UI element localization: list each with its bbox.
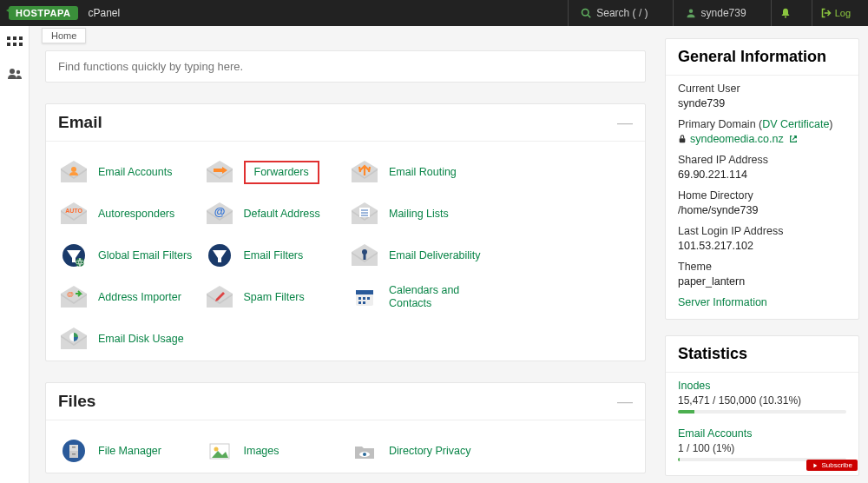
svg-rect-4	[13, 36, 16, 40]
item-email-accounts[interactable]: Email Accounts	[55, 159, 201, 185]
svg-rect-7	[13, 43, 16, 46]
external-link-icon	[789, 135, 798, 143]
stat-email-label: Email Accounts	[678, 427, 846, 440]
stat-inodes-bar	[678, 410, 846, 414]
item-global-email-filters[interactable]: Global Email Filters	[55, 242, 201, 268]
item-email-filters[interactable]: Email Filters	[201, 242, 346, 268]
envelope-import-icon: @	[58, 284, 89, 310]
username: synde739	[701, 7, 746, 19]
item-forwarders[interactable]: Forwarders	[201, 159, 346, 185]
last-login-label: Last Login IP Address	[678, 225, 846, 237]
collapse-button[interactable]: —	[617, 393, 633, 411]
home-dir-value: /home/synde739	[678, 204, 846, 216]
apps-grid-icon[interactable]	[7, 36, 23, 49]
search-icon	[581, 8, 591, 18]
svg-rect-32	[363, 301, 365, 304]
envelope-list-icon	[349, 201, 380, 227]
svg-rect-28	[358, 297, 361, 300]
svg-point-9	[10, 69, 15, 74]
files-panel-title: Files	[58, 392, 95, 411]
funnel-globe-icon	[58, 242, 89, 268]
files-panel: Files — File Manager Images Directory Pr…	[45, 382, 646, 473]
item-calendars-contacts[interactable]: Calendars and Contacts	[345, 284, 491, 310]
svg-point-10	[16, 70, 19, 74]
current-user-label: Current User	[678, 83, 846, 95]
envelope-disk-icon	[58, 326, 89, 352]
envelope-route-icon	[349, 159, 380, 185]
logo-badge: HOSTPAPA	[9, 6, 78, 20]
item-email-routing[interactable]: Email Routing	[345, 159, 491, 185]
logout-button[interactable]: Log	[812, 0, 859, 26]
item-directory-privacy[interactable]: Directory Privacy	[345, 438, 491, 464]
theme-value: paper_lantern	[678, 275, 846, 288]
search-input[interactable]	[58, 60, 633, 73]
svg-rect-3	[7, 36, 10, 40]
svg-rect-37	[72, 447, 76, 448]
bell-icon	[780, 8, 791, 18]
stat-email-value: 1 / 100 (1%)	[678, 442, 846, 454]
svg-point-11	[71, 167, 76, 172]
svg-rect-29	[363, 297, 365, 300]
svg-point-20	[76, 258, 84, 267]
svg-rect-5	[19, 36, 23, 40]
statistics-title: Statistics	[666, 336, 858, 373]
item-images[interactable]: Images	[201, 438, 346, 464]
stat-inodes-value: 15,471 / 150,000 (10.31%)	[678, 394, 846, 407]
home-dir-label: Home Directory	[678, 189, 846, 202]
item-spam-filters[interactable]: Spam Filters	[201, 284, 346, 310]
calendar-icon	[349, 284, 380, 310]
folder-eye-icon	[349, 438, 380, 464]
item-address-importer[interactable]: @ Address Importer	[55, 284, 201, 310]
images-icon	[204, 438, 235, 464]
primary-domain-value[interactable]: syndeomedia.co.nz	[678, 133, 846, 145]
email-panel: Email — Email Accounts Forwarders Email …	[45, 103, 646, 361]
current-user-value: synde739	[678, 97, 846, 109]
statistics-panel: Statistics Inodes 15,471 / 150,000 (10.3…	[665, 335, 859, 476]
svg-point-1	[688, 10, 693, 14]
svg-text:@: @	[214, 205, 225, 218]
item-email-disk-usage[interactable]: Email Disk Usage	[55, 326, 201, 352]
collapse-button[interactable]: —	[617, 114, 633, 132]
user-menu[interactable]: synde739	[673, 0, 759, 26]
logout-icon	[821, 8, 832, 18]
svg-rect-31	[358, 301, 361, 304]
svg-rect-30	[367, 297, 370, 300]
item-file-manager[interactable]: File Manager	[55, 438, 201, 464]
lock-icon	[678, 135, 687, 143]
breadcrumb: Home	[42, 28, 86, 43]
svg-text:@: @	[67, 290, 74, 298]
last-login-value: 101.53.217.102	[678, 240, 846, 252]
svg-rect-38	[72, 453, 76, 455]
svg-rect-27	[356, 290, 373, 294]
main-content: Email — Email Accounts Forwarders Email …	[30, 26, 661, 483]
global-search[interactable]: Search ( / )	[568, 0, 660, 26]
svg-rect-12	[214, 169, 222, 172]
right-column: General Information Current User synde73…	[661, 26, 868, 483]
general-info-title: General Information	[666, 39, 858, 76]
primary-domain-label: Primary Domain (DV Certificate)	[678, 118, 846, 130]
subscribe-badge[interactable]: Subscribe	[806, 460, 858, 471]
envelope-key-icon	[349, 242, 380, 268]
item-default-address[interactable]: @ Default Address	[201, 201, 346, 227]
users-icon[interactable]	[7, 68, 23, 80]
user-icon	[686, 8, 696, 18]
funnel-icon	[204, 242, 235, 268]
file-cabinet-icon	[58, 438, 89, 464]
shared-ip-label: Shared IP Address	[678, 154, 846, 166]
general-info-panel: General Information Current User synde73…	[665, 38, 859, 320]
server-information-link[interactable]: Server Information	[666, 289, 858, 312]
left-rail	[0, 26, 30, 483]
search-label: Search ( / )	[596, 7, 648, 19]
youtube-icon	[812, 462, 819, 469]
item-mailing-lists[interactable]: Mailing Lists	[345, 201, 491, 227]
item-autoresponders[interactable]: AUTO Autoresponders	[55, 201, 201, 227]
svg-point-42	[363, 453, 366, 456]
item-email-deliverability[interactable]: Email Deliverability	[345, 242, 491, 268]
envelope-auto-icon: AUTO	[58, 201, 89, 227]
svg-point-0	[582, 10, 589, 17]
notifications-button[interactable]	[771, 0, 799, 26]
svg-rect-24	[364, 254, 366, 260]
function-search[interactable]	[45, 50, 646, 83]
svg-point-2	[785, 16, 786, 17]
brand-label: cPanel	[89, 7, 121, 19]
